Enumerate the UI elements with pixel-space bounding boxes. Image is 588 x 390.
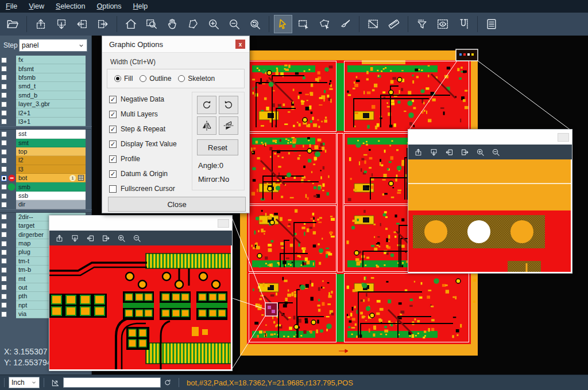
filter-tool-button[interactable] — [413, 15, 431, 33]
layer-checkbox-smd_t[interactable] — [1, 84, 7, 89]
layer-checkbox-bfsmb[interactable] — [1, 75, 7, 80]
layer-checkbox-l2[interactable] — [1, 158, 7, 163]
checkbox-multi-layers[interactable]: ✓Multi Layers — [109, 107, 189, 122]
menu-item-file[interactable]: File — [0, 0, 23, 13]
layer-bfsmt[interactable]: bfsmt — [16, 64, 86, 73]
layer-l3+1[interactable]: l3+1 — [16, 118, 86, 126]
menu-item-selection[interactable]: Selection — [50, 0, 91, 13]
zoom-in-button[interactable] — [476, 148, 485, 157]
matrix-grid-icon[interactable] — [78, 175, 84, 181]
layer-smd_t[interactable]: smd_t — [16, 82, 86, 91]
layer-dir[interactable]: dir — [16, 200, 86, 209]
pan-down-button[interactable] — [71, 234, 79, 243]
paint-tool-button[interactable] — [336, 15, 354, 33]
zoom-in-button[interactable] — [204, 15, 223, 33]
command-input[interactable] — [63, 377, 161, 388]
menu-item-help[interactable]: Help — [127, 0, 154, 13]
checkbox-negative-data[interactable]: ✓Negative Data — [109, 92, 189, 107]
zoom-polygon-button[interactable] — [184, 15, 202, 33]
home-view-button[interactable] — [122, 15, 140, 33]
measure-tool-button[interactable] — [364, 15, 382, 33]
sync-icon[interactable] — [163, 378, 172, 387]
magnifier-left-titlebar[interactable] — [49, 216, 232, 231]
radio-skeleton[interactable]: Skeleton — [178, 75, 215, 83]
layer-checkbox-mt[interactable] — [1, 276, 7, 282]
checkbox-step-repeat[interactable]: ✓Step & Repeat — [109, 122, 189, 136]
window-button-icon[interactable] — [558, 133, 569, 142]
pan-right-button[interactable] — [461, 148, 469, 157]
pan-up-button[interactable] — [55, 234, 64, 243]
layer-checkbox-layer_3.gbr[interactable] — [1, 102, 7, 107]
layer-checkbox-plug[interactable] — [1, 249, 7, 255]
layer-checkbox-smb[interactable] — [1, 184, 7, 190]
open-file-button[interactable] — [3, 15, 22, 33]
group-select-tool-button[interactable] — [315, 15, 334, 33]
layer-checkbox-ssb[interactable] — [1, 193, 7, 199]
layer-l2+1[interactable]: l2+1 — [16, 108, 86, 117]
zoom-out-button[interactable] — [225, 15, 243, 33]
step-selector[interactable]: panel — [19, 39, 87, 52]
layer-layer_3.gbr[interactable]: layer_3.gbr — [16, 100, 86, 108]
view-options-tool-button[interactable] — [434, 15, 452, 33]
pan-left-button[interactable] — [445, 148, 454, 157]
layer-checkbox-bot[interactable] — [1, 176, 7, 181]
pan-left-button[interactable] — [86, 234, 95, 243]
reset-button[interactable]: Reset — [197, 139, 238, 155]
layer-ssb[interactable]: ssb — [16, 192, 86, 200]
rotate-ccw-button[interactable] — [219, 96, 238, 114]
layer-fx[interactable]: fx — [16, 56, 86, 64]
close-icon[interactable]: x — [235, 40, 245, 49]
layer-checkbox-l3+1[interactable] — [1, 119, 7, 124]
layer-checkbox-bfsmt[interactable] — [1, 66, 7, 72]
magnifier-right-titlebar[interactable] — [408, 130, 572, 145]
layer-checkbox-tm-b[interactable] — [1, 267, 7, 273]
menu-item-options[interactable]: Options — [91, 0, 127, 13]
magnifier-window-left[interactable] — [49, 215, 233, 371]
pan-down-button[interactable] — [430, 148, 438, 157]
layer-checkbox-out[interactable] — [1, 284, 7, 290]
layer-checkbox-via[interactable] — [1, 311, 7, 317]
layer-smt[interactable]: smt — [16, 139, 86, 147]
select-tool-button[interactable] — [274, 15, 292, 33]
layer-checkbox-pth[interactable] — [1, 294, 7, 299]
mirror-horizontal-button[interactable] — [197, 116, 216, 135]
pan-down-button[interactable] — [52, 15, 71, 33]
layer-l2[interactable]: l2 — [16, 156, 86, 165]
close-button[interactable]: Close — [108, 197, 246, 212]
checkbox-display-text-value[interactable]: ✓Display Text Value — [109, 136, 189, 151]
layer-checkbox-map[interactable] — [1, 241, 7, 247]
layer-checkbox-npt[interactable] — [1, 302, 7, 308]
magnifier-window-right[interactable] — [408, 129, 572, 274]
rect-select-tool-button[interactable] — [295, 15, 313, 33]
ruler-tool-button[interactable] — [385, 15, 403, 33]
layer-checkbox-dir[interactable] — [1, 202, 7, 208]
pan-up-button[interactable] — [414, 148, 423, 157]
dialog-titlebar[interactable]: Graphic Options x — [102, 36, 249, 53]
window-button-icon[interactable] — [218, 219, 229, 228]
layer-bot[interactable]: bot1 — [16, 174, 86, 182]
layer-checkbox-top[interactable] — [1, 149, 7, 155]
checkbox-datum-origin[interactable]: ✓Datum & Origin — [109, 166, 189, 181]
zoom-window-button[interactable] — [142, 15, 161, 33]
layer-checkbox-tm-t[interactable] — [1, 258, 7, 264]
report-tool-button[interactable] — [482, 15, 501, 33]
checkbox-fullscreen-cursor[interactable]: Fullscreen Cursor — [109, 181, 189, 196]
zoom-out-button[interactable] — [492, 148, 500, 157]
checkbox-profile[interactable]: ✓Profile — [109, 151, 189, 166]
snap-tool-button[interactable] — [454, 15, 473, 33]
layer-checkbox-smd_b[interactable] — [1, 92, 7, 98]
layer-smd_b[interactable]: smd_b — [16, 91, 86, 100]
layer-smb[interactable]: smb — [16, 182, 86, 191]
radio-fill[interactable]: Fill — [114, 75, 133, 83]
layer-checkbox-sst[interactable] — [1, 131, 7, 137]
pan-left-button[interactable] — [73, 15, 91, 33]
layer-checkbox-smt[interactable] — [1, 140, 7, 146]
unit-selector[interactable]: Inch — [9, 377, 40, 388]
layer-checkbox-2dir--[interactable] — [1, 214, 7, 220]
pan-up-button[interactable] — [32, 15, 50, 33]
pan-right-button[interactable] — [102, 234, 110, 243]
layer-checkbox-l3[interactable] — [1, 166, 7, 172]
pan-right-button[interactable] — [94, 15, 112, 33]
rotate-cw-button[interactable] — [197, 96, 216, 114]
pan-hand-button[interactable] — [163, 15, 181, 33]
